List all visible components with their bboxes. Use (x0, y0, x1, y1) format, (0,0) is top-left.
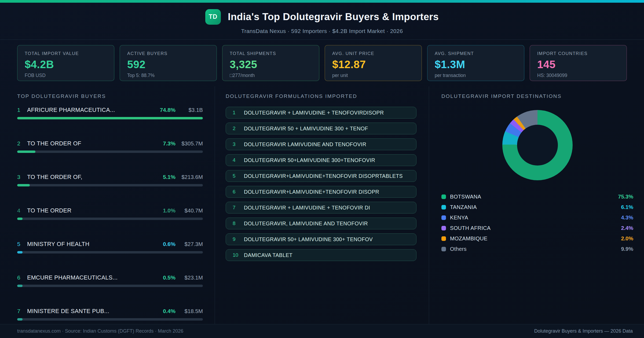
buyer-name: MINISTRY OF HEALTH (27, 241, 160, 248)
formulation-item[interactable]: 3 DOLUTEGRAVIR LAMIVUDINE AND TENOFOVIR (226, 138, 416, 150)
formulation-name: DOLUTEGRAVIR + LAMIVUDINE + TENOFOVIRDIS… (244, 110, 384, 116)
legend-percent-value: 2.4% (621, 225, 633, 231)
top-accent-bar (0, 0, 644, 3)
stat-card-value: $4.2B (25, 58, 107, 71)
buyer-row[interactable]: 5 MINISTRY OF HEALTH 0.6% $27.3M (17, 241, 203, 254)
buyers-list: 1 AFRICURE PHARMACEUTICA... 74.8% $3.1B … (17, 107, 203, 321)
buyer-bar-track (17, 218, 203, 220)
formulation-rank: 3 (233, 141, 244, 147)
buyer-row[interactable]: 3 TO THE ORDER OF, 5.1% $213.6M (17, 174, 203, 186)
legend-color-swatch (441, 215, 446, 220)
legend-item[interactable]: TANZANIA 6.1% (441, 202, 633, 212)
footer-report-title: Dolutegravir Buyers & Importers — 2026 D… (534, 328, 633, 334)
buyer-import-value: $40.7M (175, 207, 203, 214)
buyer-bar-track (17, 184, 203, 186)
buyer-row[interactable]: 4 TO THE ORDER 1.0% $40.7M (17, 207, 203, 220)
stat-card-value: 592 (127, 58, 209, 71)
buyer-bar-track (17, 285, 203, 287)
buyer-import-value: $213.6M (175, 174, 203, 180)
buyer-row[interactable]: 6 EMCURE PHARMACEUTICALS... 0.5% $23.1M (17, 274, 203, 287)
buyer-bar-fill (17, 285, 23, 287)
formulation-item[interactable]: 6 DOLUTEGRAVIR+LAMIVUDINE+TENOFOVIR DISO… (226, 186, 416, 198)
legend-country-label: MOZAMBIQUE (450, 236, 621, 242)
destinations-panel-heading: DOLUTEGRAVIR IMPORT DESTINATIONS (441, 93, 633, 99)
formulation-item[interactable]: 7 DOLUTEGRAVIR + LAMIVUDINE + TENOFOVIR … (226, 202, 416, 214)
buyer-bar-fill (17, 318, 23, 321)
legend-item[interactable]: BOTSWANA 75.3% (441, 192, 633, 202)
page-subtitle: TransData Nexus · 592 Importers · $4.2B … (241, 28, 403, 34)
legend-percent-value: 6.1% (621, 204, 633, 210)
buyer-rank: 7 (17, 308, 27, 314)
formulation-rank: 9 (233, 236, 244, 242)
buyer-share-percent: 0.5% (163, 274, 175, 281)
buyer-share-percent: 0.4% (163, 308, 175, 314)
buyer-bar-fill (17, 150, 35, 153)
destinations-legend: BOTSWANA 75.3% TANZANIA 6.1% KENYA 4.3% … (441, 192, 633, 254)
stat-card-value: $1.3M (435, 58, 517, 71)
buyer-row[interactable]: 1 AFRICURE PHARMACEUTICA... 74.8% $3.1B (17, 107, 203, 119)
formulation-rank: 2 (233, 126, 244, 131)
formulation-rank: 10 (233, 252, 244, 258)
formulation-name: DOLUTEGRAVIR 50 + LAMIVUDINE 300 + TENOF (244, 126, 368, 132)
buyer-import-value: $305.7M (175, 140, 203, 147)
formulation-item[interactable]: 5 DOLUTEGRAVIR+LAMIVUDINE+TENOFOVIR DISO… (226, 170, 416, 182)
stat-card-subtext: HS: 30049099 (537, 73, 619, 78)
formulation-rank: 8 (233, 221, 244, 226)
buyer-rank: 3 (17, 174, 27, 180)
legend-country-label: TANZANIA (450, 204, 621, 210)
formulation-item[interactable]: 8 DOLUTEGRAVIR, LAMIVUDINE AND TENOFOVIR (226, 218, 416, 229)
stat-card-value: 3,325 (230, 58, 312, 71)
buyer-name: TO THE ORDER (27, 207, 160, 214)
app-logo-badge: TD (205, 9, 221, 25)
formulation-name: DOLUTEGRAVIR+LAMIVUDINE+TENOFOVIR DISOPR (244, 189, 379, 195)
stat-card: IMPORT COUNTRIES 145 HS: 30049099 (530, 45, 627, 81)
legend-country-label: SOUTH AFRICA (450, 225, 621, 231)
legend-item[interactable]: MOZAMBIQUE 2.0% (441, 233, 633, 244)
legend-item[interactable]: Others 9.9% (441, 244, 633, 254)
formulation-item[interactable]: 9 DOLUTEGRAVIR 50+ LAMIVUDINE 300+ TENOF… (226, 233, 416, 245)
stat-card-subtext: per unit (332, 73, 414, 78)
formulation-item[interactable]: 10 DAMICAVA TABLET (226, 249, 416, 261)
formulation-item[interactable]: 1 DOLUTEGRAVIR + LAMIVUDINE + TENOFOVIRD… (226, 107, 416, 119)
stat-card-label: AVG. UNIT PRICE (332, 51, 414, 56)
stat-card-value: $12.87 (332, 58, 414, 71)
legend-percent-value: 4.3% (621, 215, 633, 221)
legend-country-label: BOTSWANA (450, 194, 618, 200)
formulation-name: DOLUTEGRAVIR + LAMIVUDINE + TENOFOVIR DI (244, 205, 370, 211)
footer-source-text: transdatanexus.com · Source: Indian Cust… (17, 328, 183, 334)
destinations-donut-chart (502, 110, 573, 180)
stats-row: TOTAL IMPORT VALUE $4.2B FOB USD ACTIVE … (0, 40, 644, 86)
legend-percent-value: 2.0% (621, 236, 633, 242)
buyer-rank: 2 (17, 140, 27, 147)
formulation-name: DOLUTEGRAVIR+LAMIVUDINE+TENOFOVIR DISOPR… (244, 173, 403, 179)
formulation-name: DAMICAVA TABLET (244, 252, 292, 258)
stat-card-label: TOTAL IMPORT VALUE (25, 51, 107, 56)
buyer-row[interactable]: 2 TO THE ORDER OF 7.3% $305.7M (17, 140, 203, 153)
buyer-rank: 5 (17, 241, 27, 247)
buyer-name: EMCURE PHARMACEUTICALS... (27, 274, 160, 281)
page-title: India's Top Dolutegravir Buyers & Import… (228, 11, 439, 23)
buyer-import-value: $18.5M (175, 308, 203, 314)
legend-item[interactable]: SOUTH AFRICA 2.4% (441, 223, 633, 233)
buyer-share-percent: 74.8% (160, 107, 175, 113)
footer: transdatanexus.com · Source: Indian Cust… (0, 324, 644, 338)
buyer-share-percent: 0.6% (163, 241, 175, 247)
formulations-panel-heading: DOLUTEGRAVIR FORMULATIONS IMPORTED (226, 93, 416, 99)
legend-percent-value: 9.9% (621, 246, 633, 252)
formulation-name: DOLUTEGRAVIR 50+ LAMIVUDINE 300+ TENOFOV (244, 236, 373, 243)
legend-country-label: KENYA (450, 215, 621, 221)
buyer-share-percent: 5.1% (163, 174, 175, 180)
buyer-import-value: $27.3M (175, 241, 203, 247)
stat-card-subtext: FOB USD (25, 73, 107, 78)
panel-import-destinations: DOLUTEGRAVIR IMPORT DESTINATIONS BOTSWAN… (429, 86, 644, 324)
buyer-row[interactable]: 7 MINISTERE DE SANTE PUB... 0.4% $18.5M (17, 308, 203, 321)
donut-hole (517, 125, 558, 166)
legend-item[interactable]: KENYA 4.3% (441, 212, 633, 223)
buyer-share-percent: 1.0% (163, 207, 175, 214)
formulation-item[interactable]: 2 DOLUTEGRAVIR 50 + LAMIVUDINE 300 + TEN… (226, 123, 416, 134)
formulation-name: DOLUTEGRAVIR 50+LAMIVUDINE 300+TENOFOVIR (244, 157, 375, 163)
buyer-rank: 4 (17, 207, 27, 214)
buyer-bar-track (17, 318, 203, 321)
buyer-bar-track (17, 150, 203, 153)
formulation-item[interactable]: 4 DOLUTEGRAVIR 50+LAMIVUDINE 300+TENOFOV… (226, 154, 416, 166)
